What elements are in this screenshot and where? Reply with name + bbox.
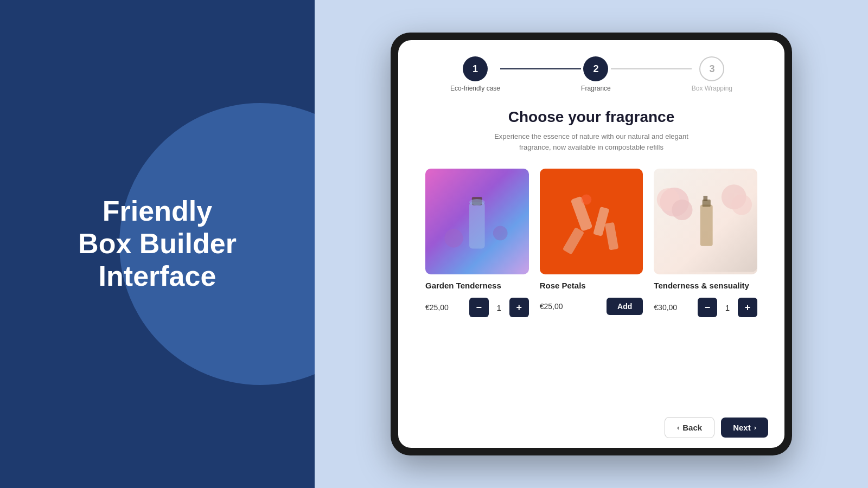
svg-rect-20	[704, 196, 708, 201]
step-3-circle: 3	[699, 56, 724, 81]
svg-point-3	[469, 199, 485, 205]
qty-increase-garden[interactable]: +	[509, 298, 529, 317]
step-2-label: Fragrance	[581, 85, 611, 92]
step-1-number: 1	[473, 63, 478, 75]
qty-decrease-garden[interactable]: −	[469, 298, 489, 317]
step-3-label: Box Wrapping	[692, 85, 732, 92]
svg-rect-6	[540, 171, 643, 272]
product-name-garden: Garden Tenderness	[425, 281, 529, 290]
back-button[interactable]: ‹ Back	[665, 417, 714, 438]
product-controls-rose: €25,00 Add	[540, 298, 643, 315]
back-label: Back	[682, 423, 702, 432]
qty-value-tenderness: 1	[723, 303, 732, 312]
svg-rect-1	[469, 202, 485, 249]
step-3-number: 3	[709, 63, 714, 75]
step-2-circle: 2	[583, 56, 608, 81]
stepper-container: 1 Eco-friendly case 2 Fragrance	[398, 40, 784, 103]
left-panel-text: Friendly Box Builder Interface	[46, 195, 269, 292]
qty-increase-tenderness[interactable]: +	[738, 298, 757, 317]
svg-rect-18	[700, 205, 713, 246]
product-name-tenderness: Tenderness & sensuality	[654, 281, 757, 290]
next-button[interactable]: Next ›	[721, 418, 768, 438]
product-image-rose	[540, 169, 643, 274]
add-button-rose[interactable]: Add	[607, 298, 643, 315]
back-arrow-icon: ‹	[677, 423, 679, 432]
product-grid: Garden Tenderness €25,00 − 1 +	[425, 169, 757, 317]
product-name-rose: Rose Petals	[540, 281, 643, 290]
product-price-tenderness: €30,00	[654, 303, 677, 312]
product-controls-garden: €25,00 − 1 +	[425, 298, 529, 317]
product-price-garden: €25,00	[425, 303, 449, 312]
product-price-rose: €25,00	[540, 302, 563, 311]
qty-value-garden: 1	[494, 303, 504, 312]
main-content: Choose your fragrance Experience the ess…	[398, 103, 784, 412]
tablet-screen: 1 Eco-friendly case 2 Fragrance	[398, 40, 784, 448]
product-card-rose: Rose Petals €25,00 Add	[540, 169, 643, 317]
right-panel: 1 Eco-friendly case 2 Fragrance	[315, 0, 868, 488]
step-line-2	[611, 68, 692, 69]
svg-point-15	[672, 200, 693, 220]
svg-point-17	[731, 194, 752, 215]
stepper: 1 Eco-friendly case 2 Fragrance	[450, 56, 732, 92]
step-1-circle: 1	[463, 56, 488, 81]
page-subtitle: Experience the essence of nature with ou…	[425, 131, 757, 152]
product-image-garden	[425, 169, 529, 274]
qty-decrease-tenderness[interactable]: −	[698, 298, 717, 317]
tablet-device: 1 Eco-friendly case 2 Fragrance	[391, 33, 792, 455]
hero-title: Friendly Box Builder Interface	[78, 195, 237, 292]
next-arrow-icon: ›	[754, 423, 756, 432]
footer-nav: ‹ Back Next ›	[398, 412, 784, 448]
svg-point-5	[493, 226, 508, 241]
step-3: 3 Box Wrapping	[692, 56, 732, 92]
left-panel: Friendly Box Builder Interface	[0, 0, 315, 488]
product-card-garden: Garden Tenderness €25,00 − 1 +	[425, 169, 529, 317]
step-2-number: 2	[593, 63, 598, 75]
step-1-label: Eco-friendly case	[450, 85, 500, 92]
step-line-1	[500, 68, 581, 69]
step-1: 1 Eco-friendly case	[450, 56, 500, 92]
page-title: Choose your fragrance	[425, 108, 757, 126]
svg-point-4	[444, 229, 463, 247]
product-image-tenderness	[654, 169, 757, 274]
next-label: Next	[733, 423, 751, 432]
product-controls-tenderness: €30,00 − 1 +	[654, 298, 757, 317]
svg-point-11	[581, 194, 591, 204]
step-2: 2 Fragrance	[581, 56, 611, 92]
product-card-tenderness: Tenderness & sensuality €30,00 − 1 +	[654, 169, 757, 317]
